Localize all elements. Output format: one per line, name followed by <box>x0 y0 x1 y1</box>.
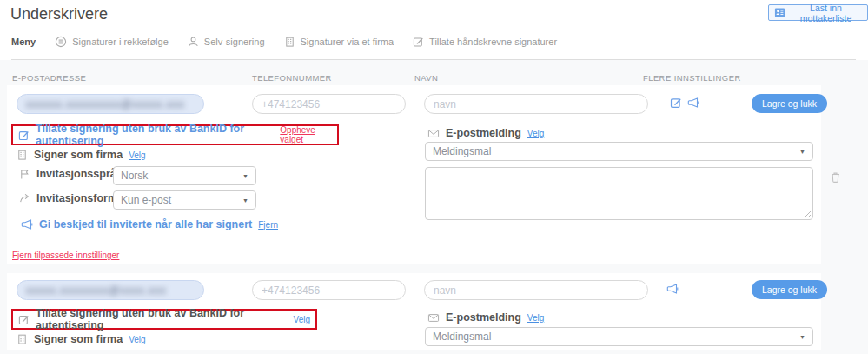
notify-all-signed-label: Gi beskjed til inviterte når alle har si… <box>39 218 252 230</box>
sign-as-firm-row-1: Signer som firma Velg <box>17 149 146 161</box>
invitation-language-value: Norsk <box>121 170 148 182</box>
email-field-1[interactable]: xxxxxx.xxxxxxxxx@xxxxx.xxx <box>17 94 204 114</box>
menu-bar: Meny Signaturer i rekkefølge Selv-signer… <box>11 36 557 48</box>
building-icon <box>284 36 295 48</box>
sign-as-firm-label-1: Signer som firma <box>34 149 123 161</box>
column-header-more-settings: FLERE INNSTILLINGER <box>643 73 741 83</box>
person-icon <box>188 36 199 48</box>
message-template-select-1[interactable]: Meldingsmal <box>425 142 813 161</box>
email-message-label-2: E-postmelding <box>446 311 521 324</box>
menu-item-self-signing[interactable]: Selv-signering <box>188 36 265 48</box>
notify-remove-link[interactable]: Fjern <box>258 220 278 230</box>
invitation-language-row: Invitasjonsspråk: <box>19 168 126 180</box>
invitation-form-select[interactable]: Kun e-post <box>113 190 256 210</box>
invitation-form-label: Invitasjonsform: <box>36 192 121 204</box>
menu-item-label: Signaturer i rekkefølge <box>72 37 169 47</box>
email-message-textarea-wrap <box>425 167 813 220</box>
edit-icon <box>18 130 30 141</box>
ordered-list-icon <box>55 36 67 48</box>
invitation-form-row: Invitasjonsform: <box>19 192 121 204</box>
email-field-2[interactable]: xxxxx.xxxxxxxx@xxxx.xxx <box>17 280 204 300</box>
message-template-value-2: Meldingsmal <box>433 331 491 343</box>
edit-icon <box>18 314 30 325</box>
phone-input-1[interactable] <box>252 94 406 114</box>
bankid-velg-link-2[interactable]: Velg <box>294 315 310 324</box>
menu-item-label: Tillate håndskrevne signaturer <box>429 37 557 47</box>
save-and-close-button-2[interactable]: Lagre og lukk <box>752 280 827 299</box>
invitation-language-select[interactable]: Norsk <box>113 166 256 185</box>
sign-as-firm-row-2: Signer som firma Velg <box>17 333 146 345</box>
share-arrow-icon <box>19 192 30 204</box>
column-header-phone: TELEFONNUMMER <box>252 73 332 83</box>
notify-all-signed-row: Gi beskjed til inviterte når alle har si… <box>21 218 278 230</box>
email-message-row-1: E-postmelding Velg <box>427 127 544 139</box>
megaphone-icon-2[interactable] <box>666 283 679 295</box>
signers-page: Underskrivere Last inn mottakerliste Men… <box>0 0 868 354</box>
email-message-row-2: E-postmelding Velg <box>427 311 544 324</box>
bankid-label-2: Tillate signering uten bruk av BankID fo… <box>36 307 288 331</box>
email-message-label-1: E-postmelding <box>446 127 521 139</box>
load-recipient-list-button[interactable]: Last inn mottakerliste <box>768 4 868 21</box>
remove-custom-settings-link[interactable]: Fjern tilpassede innstillinger <box>12 250 119 260</box>
megaphone-icon-1[interactable] <box>687 97 699 109</box>
bankid-option-2[interactable]: Tillate signering uten bruk av BankID fo… <box>11 309 317 330</box>
load-recipient-list-label: Last inn mottakerliste <box>790 3 862 23</box>
menu-item-label: Selv-signering <box>204 37 265 47</box>
edit-settings-icon-1[interactable] <box>670 97 682 109</box>
name-input-2[interactable] <box>424 280 648 300</box>
email-value-redacted: xxxxxx.xxxxxxxxx@xxxxx.xxx <box>26 98 185 110</box>
bankid-label-1: Tillate signering uten bruk av BankID fo… <box>36 123 274 147</box>
bankid-option-1[interactable]: Tillate signering uten bruk av BankID fo… <box>11 124 339 145</box>
email-message-textarea[interactable] <box>425 167 813 220</box>
sign-as-firm-velg-link-2[interactable]: Velg <box>129 335 145 344</box>
envelope-icon <box>427 128 440 139</box>
message-template-value-1: Meldingsmal <box>433 145 491 157</box>
envelope-icon <box>427 312 440 324</box>
column-header-email: E-POSTADRESSE <box>12 73 86 83</box>
phone-input-2[interactable] <box>252 280 406 300</box>
email-value-redacted: xxxxx.xxxxxxxx@xxxx.xxx <box>26 284 167 297</box>
contact-list-icon <box>774 7 785 18</box>
menu-label: Meny <box>11 37 36 47</box>
menu-item-label: Signaturer via et firma <box>301 37 394 47</box>
invitation-form-value: Kun e-post <box>121 194 171 206</box>
menu-item-handwritten-signatures[interactable]: Tillate håndskrevne signaturer <box>413 36 557 48</box>
building-icon <box>17 333 28 345</box>
name-input-1[interactable] <box>424 94 648 114</box>
save-and-close-button-1[interactable]: Lagre og lukk <box>752 94 827 113</box>
column-header-name: NAVN <box>414 73 438 83</box>
bankid-revoke-link-1[interactable]: Oppheve valget <box>280 125 332 144</box>
sign-as-firm-velg-link-1[interactable]: Velg <box>129 150 145 160</box>
megaphone-icon <box>21 218 33 230</box>
menu-item-signatures-in-order[interactable]: Signaturer i rekkefølge <box>55 36 169 48</box>
edit-icon <box>413 36 424 48</box>
delete-signer-icon[interactable] <box>829 170 842 184</box>
menu-item-signatures-via-firm[interactable]: Signaturer via et firma <box>284 36 394 48</box>
flag-icon <box>19 168 30 180</box>
email-message-velg-link-2[interactable]: Velg <box>527 313 544 323</box>
message-template-select-2[interactable]: Meldingsmal <box>425 327 813 346</box>
email-message-velg-link-1[interactable]: Velg <box>527 129 544 138</box>
building-icon <box>17 149 28 161</box>
sign-as-firm-label-2: Signer som firma <box>34 333 123 345</box>
page-title: Underskrivere <box>10 5 108 23</box>
